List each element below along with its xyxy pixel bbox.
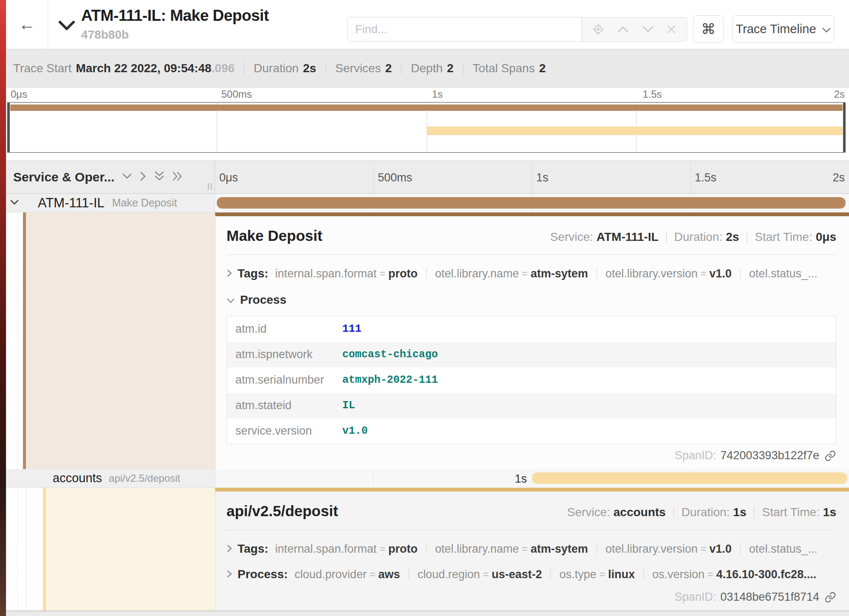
span-detail-row-tint: [26, 212, 215, 469]
minimap-tick-labels: 0μs 500ms 1s 1.5s 2s: [6, 88, 849, 102]
process-tag-value: aws: [378, 568, 400, 581]
collapse-children-chevron-icon[interactable]: [10, 199, 19, 207]
span-detail-meta: Service: ATM-111-IL Duration: 2s Start T…: [550, 230, 836, 244]
find-next-icon[interactable]: [642, 25, 654, 34]
equals-sign: =: [600, 569, 605, 580]
span-detail-make-deposit: Make Deposit Service: ATM-111-IL Duratio…: [6, 212, 849, 469]
expand-all-icon[interactable]: [172, 171, 183, 183]
minimap-viewport[interactable]: [7, 102, 846, 153]
jaeger-trace-view: ← ATM-111-IL: Make Deposit 478b80b: [6, 0, 849, 616]
table-row: atm.id 111: [227, 316, 836, 342]
locate-icon[interactable]: [592, 23, 605, 36]
collapse-trace-header-chevron-icon[interactable]: [58, 20, 75, 33]
trace-header: ← ATM-111-IL: Make Deposit 478b80b: [6, 0, 849, 49]
span-detail-deposit-api: api/v2.5/deposit Service: accounts Durat…: [6, 488, 849, 610]
tick-label: 1.5s: [642, 88, 662, 100]
summary-label: Services: [335, 62, 381, 75]
span-duration-bar-make-deposit[interactable]: [217, 197, 846, 209]
tags-accordion[interactable]: Tags: internal.span.format = proto otel.…: [226, 542, 836, 556]
span-detail-row-tint: [46, 488, 215, 610]
service-operation-column-header: Service & Oper...: [6, 161, 215, 193]
tick-label: 500ms: [221, 88, 252, 100]
span-block-deposit-api: accounts api/v2.5/deposit 1s api/v2.5/de…: [6, 469, 849, 610]
span-block-make-deposit: ATM-111-IL Make Deposit Make Deposit: [6, 194, 849, 469]
expand-one-icon[interactable]: [140, 171, 147, 183]
tag-value: proto: [388, 267, 418, 280]
link-icon[interactable]: [824, 591, 836, 603]
table-row: atm.stateid IL: [227, 393, 836, 418]
process-value: IL: [342, 393, 836, 418]
process-tag-key: os.version: [652, 568, 705, 581]
tick-label: 2s: [834, 88, 845, 100]
equals-sign: =: [701, 268, 706, 280]
timeline-column-header: 0μs 500ms 1s 1.5s 2s: [215, 161, 849, 193]
summary-label: Trace Start: [13, 62, 71, 75]
span-detail-meta: Service: accounts Duration: 1s Start Tim…: [567, 506, 836, 519]
span-start-time-label: 1s: [515, 472, 527, 486]
chevron-right-icon: [226, 267, 232, 280]
minimap-left-drag-handle[interactable]: [7, 103, 10, 152]
collapse-all-icon[interactable]: [154, 171, 164, 184]
tick-label: 1s: [536, 171, 549, 184]
span-duration-bar-deposit-api[interactable]: [532, 472, 847, 484]
tick-label: 500ms: [378, 171, 412, 184]
service-operation-header-label: Service & Oper...: [13, 170, 114, 184]
equals-sign: =: [483, 569, 488, 580]
trace-view-selector[interactable]: Trace Timeline: [732, 15, 834, 42]
span-row-name-cell[interactable]: ATM-111-IL Make Deposit: [6, 194, 215, 212]
span-table-header: Service & Oper... 0μs: [6, 161, 849, 194]
chevron-down-icon: [226, 294, 235, 307]
span-row-make-deposit[interactable]: ATM-111-IL Make Deposit: [6, 194, 849, 212]
span-id-value: 03148be6751f8714: [720, 591, 819, 604]
chevron-right-icon: [226, 568, 232, 581]
keyboard-shortcuts-button[interactable]: ⌘: [693, 15, 724, 42]
divider: [597, 543, 597, 554]
trace-minimap[interactable]: 0μs 500ms 1s 1.5s 2s: [6, 88, 849, 154]
divider: [666, 232, 667, 243]
divider-rule: [226, 254, 836, 255]
trace-title: ATM-111-IL: Make Deposit: [81, 7, 269, 25]
column-resizer-grip[interactable]: [208, 183, 212, 190]
duration-label: Duration:: [682, 506, 730, 519]
process-accordion[interactable]: Process: [226, 293, 836, 307]
find-prev-icon[interactable]: [617, 25, 629, 34]
span-row-deposit-api[interactable]: accounts api/v2.5/deposit 1s: [6, 469, 849, 488]
equals-sign: =: [701, 543, 706, 555]
tag-value: atm-sytem: [531, 267, 588, 280]
collapse-one-icon[interactable]: [122, 173, 132, 181]
find-input[interactable]: [347, 17, 582, 42]
start-time-value: 1s: [823, 506, 836, 519]
tag-key: otel.status_...: [749, 543, 818, 556]
tag-value: atm-sytem: [531, 543, 588, 556]
back-button[interactable]: ←: [6, 0, 48, 49]
span-row-timeline-cell[interactable]: 1s: [215, 469, 849, 488]
chevron-right-icon: [226, 543, 232, 556]
divider: [244, 62, 244, 75]
tick-label: 0μs: [219, 171, 238, 184]
service-label: Service:: [567, 506, 610, 519]
service-value: ATM-111-IL: [597, 230, 659, 244]
process-accordion[interactable]: Process: cloud.provider = aws cloud.regi…: [226, 568, 836, 581]
service-label: Service:: [550, 230, 593, 244]
tag-key: otel.status_...: [749, 267, 818, 280]
timeline-gridline: [532, 161, 532, 193]
divider: [740, 268, 741, 279]
equals-sign: =: [708, 569, 713, 580]
span-row-name-cell[interactable]: accounts api/v2.5/deposit: [6, 469, 215, 488]
find-clear-icon[interactable]: [666, 24, 676, 34]
divider: [408, 569, 409, 580]
link-icon[interactable]: [824, 450, 836, 462]
process-tag-value: linux: [608, 568, 635, 581]
command-icon: ⌘: [701, 20, 716, 37]
table-row: service.version v1.0: [227, 418, 836, 444]
span-row-timeline-cell[interactable]: [215, 194, 849, 212]
find-controls: [582, 17, 687, 42]
bottom-scroll-gutter: [6, 610, 849, 616]
tag-value: v1.0: [709, 543, 732, 556]
minimap-right-drag-handle[interactable]: [843, 103, 846, 152]
span-id-value: 742003393b122f7e: [720, 449, 819, 462]
divider: [426, 543, 427, 554]
tags-accordion[interactable]: Tags: internal.span.format = proto otel.…: [226, 267, 836, 280]
divider: [401, 62, 402, 75]
tag-value: v1.0: [709, 267, 732, 280]
